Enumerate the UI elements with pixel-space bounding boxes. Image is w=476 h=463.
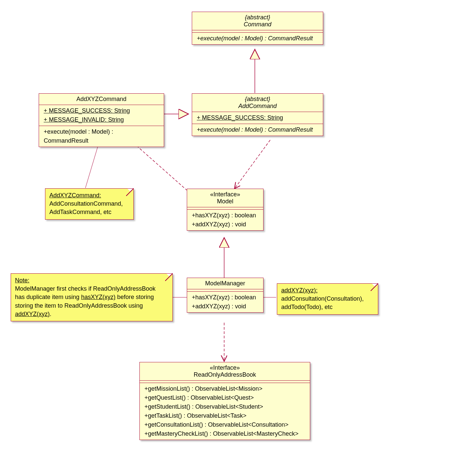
mm-m1: +hasXYZ(xyz) : boolean	[192, 294, 256, 301]
svg-line-2	[234, 140, 270, 189]
addcommand-attr: + MESSAGE_SUCCESS: String	[197, 114, 283, 121]
svg-line-6	[85, 140, 100, 188]
n2-b3: before storing	[115, 294, 154, 300]
n3-b: addTodo(Todo), etc	[281, 304, 333, 310]
addxyz-attr2: + MESSAGE_INVALID: String	[44, 116, 124, 123]
n2-c: storing the item to ReadOnlyAddressBook …	[15, 302, 143, 309]
mm-m2: +addXYZ(xyz) : void	[192, 303, 246, 310]
n2-a: ModelManager first checks if ReadOnlyAdd…	[15, 285, 155, 292]
n3-title: addXYZ(xyz):	[281, 287, 318, 294]
note-addxyz-methods: addXYZ(xyz): addConsultation(Consultatio…	[277, 283, 378, 315]
class-modelmanager: ModelManager +hasXYZ(xyz) : boolean +add…	[187, 278, 264, 313]
roab-name: ReadOnlyAddressBook	[193, 371, 256, 378]
n3-a: addConsultation(Consultation),	[281, 295, 364, 302]
roab-m3: +getStudentList() : ObservableList<Stude…	[144, 403, 263, 410]
model-name: Model	[217, 198, 233, 205]
svg-line-3	[130, 140, 194, 197]
model-m2: +addXYZ(xyz) : void	[192, 221, 246, 228]
addcommand-method: +execute(model : Model) : CommandResult	[197, 126, 313, 133]
class-command: {abstract} Command +execute(model : Mode…	[192, 12, 323, 45]
n2-e: .	[50, 311, 51, 317]
addxyz-method: +execute(model : Model) : CommandResult	[44, 128, 113, 144]
addxyz-name: AddXYZCommand	[76, 96, 126, 102]
addcommand-name: AddCommand	[238, 103, 277, 109]
class-addcommand: {abstract} AddCommand + MESSAGE_SUCCESS:…	[192, 93, 323, 136]
model-m1: +hasXYZ(xyz) : boolean	[192, 212, 256, 219]
model-stereotype: «Interface»	[210, 191, 240, 198]
command-method: +execute(model : Model) : CommandResult	[197, 35, 313, 42]
n1-b: AddTaskCommand, etc	[49, 209, 111, 215]
roab-m4: +getTaskList() : ObservableList<Task>	[144, 412, 247, 419]
interface-model: «Interface» Model +hasXYZ(xyz) : boolean…	[187, 189, 264, 231]
note-addxyz: AddXYZCommand: AddConsultationCommand, A…	[45, 188, 134, 220]
command-stereotype: {abstract}	[245, 14, 270, 21]
n2-b2: hasXYZ(xyz)	[81, 294, 115, 300]
roab-m5: +getConsultationList() : ObservableList<…	[144, 421, 289, 428]
interface-roab: «Interface» ReadOnlyAddressBook +getMiss…	[139, 362, 310, 440]
mm-name: ModelManager	[205, 280, 245, 287]
note-modelmanager: Note: ModelManager first checks if ReadO…	[11, 273, 173, 321]
class-addxyzcommand: AddXYZCommand + MESSAGE_SUCCESS: String …	[39, 93, 164, 147]
n1-title: AddXYZCommand:	[49, 192, 101, 199]
addcommand-stereotype: {abstract}	[245, 96, 270, 102]
command-name: Command	[244, 21, 271, 28]
roab-stereotype: «Interface»	[210, 364, 240, 371]
n2-b: has duplicate item using	[15, 294, 81, 300]
roab-m1: +getMissionList() : ObservableList<Missi…	[144, 385, 263, 392]
addxyz-attr1: + MESSAGE_SUCCESS: String	[44, 107, 130, 114]
n2-title: Note:	[15, 277, 29, 284]
n1-a: AddConsultationCommand,	[49, 200, 123, 207]
roab-m2: +getQuestList() : ObservableList<Quest>	[144, 394, 254, 401]
roab-m6: +getMasteryCheckList() : ObservableList<…	[144, 430, 299, 437]
n2-d: addXYZ(xyz)	[15, 311, 50, 317]
